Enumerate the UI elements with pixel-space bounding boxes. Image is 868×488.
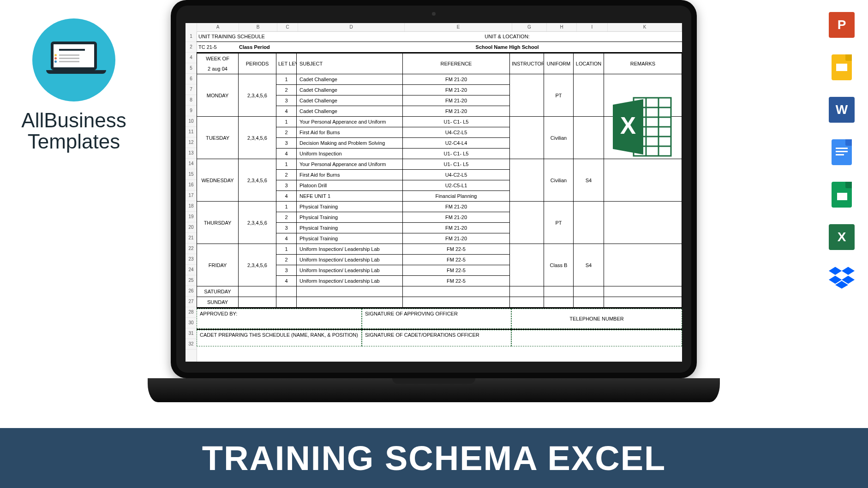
- cell-level[interactable]: 2: [276, 255, 297, 265]
- excel-icon[interactable]: X: [829, 224, 855, 250]
- col-E[interactable]: E: [405, 23, 512, 31]
- cell-subject[interactable]: Cadet Challenge: [297, 74, 403, 85]
- powerpoint-icon[interactable]: P: [829, 12, 855, 38]
- cell-level[interactable]: 1: [276, 202, 297, 212]
- cell-subject[interactable]: NEFE UNIT 1: [297, 191, 403, 202]
- cell-reference[interactable]: U4-C2-L5: [403, 127, 510, 138]
- cell-periods[interactable]: 2,3,4,5,6: [239, 244, 276, 286]
- cell-subject[interactable]: Physical Training: [297, 233, 403, 244]
- row-number[interactable]: 4: [186, 53, 197, 63]
- footer-sig-officer[interactable]: SIGNATURE OF APPROVING OFFICER: [362, 309, 511, 329]
- cell-day[interactable]: FRIDAY: [197, 244, 239, 286]
- cell-level[interactable]: 2: [276, 212, 297, 223]
- col-H[interactable]: H: [547, 23, 577, 31]
- row-number[interactable]: 27: [186, 297, 197, 307]
- row-number[interactable]: 11: [186, 127, 197, 137]
- cell-periods[interactable]: 2,3,4,5,6: [239, 74, 276, 117]
- col-I[interactable]: I: [577, 23, 608, 31]
- row-number[interactable]: 19: [186, 212, 197, 222]
- footer-cadet-prep[interactable]: CADET PREPARING THIS SCHEDULE (NAME, RAN…: [197, 330, 362, 346]
- cell-subject[interactable]: Physical Training: [297, 202, 403, 212]
- cell-location[interactable]: [574, 74, 604, 117]
- cell-day[interactable]: THURSDAY: [197, 202, 239, 244]
- cell-periods[interactable]: 2,3,4,5,6: [239, 159, 276, 202]
- col-K[interactable]: K: [608, 23, 682, 31]
- cell-level[interactable]: 4: [276, 191, 297, 202]
- row-number[interactable]: 14: [186, 159, 197, 169]
- row-number[interactable]: 30: [186, 318, 197, 328]
- row-number[interactable]: 6: [186, 74, 197, 84]
- cell-uniform[interactable]: Class B: [544, 244, 574, 286]
- cell-subject[interactable]: Cadet Challenge: [297, 85, 403, 95]
- cell-level[interactable]: 1: [276, 117, 297, 127]
- cell-subject[interactable]: First Aid for Burns: [297, 170, 403, 180]
- row-number[interactable]: 2: [186, 42, 197, 53]
- dropbox-icon[interactable]: [829, 267, 855, 289]
- cell-level[interactable]: 3: [276, 265, 297, 276]
- row-number[interactable]: 12: [186, 137, 197, 148]
- cell-reference[interactable]: FM 21-20: [403, 95, 510, 106]
- cell-level[interactable]: 4: [276, 233, 297, 244]
- cell-uniform[interactable]: Civilian: [544, 159, 574, 202]
- row-number[interactable]: 15: [186, 169, 197, 180]
- cell-saturday[interactable]: SATURDAY: [197, 286, 239, 297]
- cell-level[interactable]: 2: [276, 85, 297, 95]
- cell-reference[interactable]: U1- C1- L5: [403, 159, 510, 170]
- cell-reference[interactable]: FM 22-5: [403, 265, 510, 276]
- col-A[interactable]: A: [197, 23, 239, 31]
- cell-level[interactable]: 2: [276, 170, 297, 180]
- cell-reference[interactable]: U1- C1- L5: [403, 149, 510, 159]
- row-number[interactable]: 23: [186, 254, 197, 265]
- row-number[interactable]: 24: [186, 265, 197, 275]
- cell-day[interactable]: MONDAY: [197, 74, 239, 117]
- footer-telephone[interactable]: TELEPHONE NUMBER: [511, 309, 682, 329]
- cell-sunday[interactable]: SUNDAY: [197, 297, 239, 308]
- cell-reference[interactable]: FM 22-5: [403, 255, 510, 265]
- row-number[interactable]: 8: [186, 95, 197, 106]
- cell-instructor[interactable]: [510, 244, 544, 286]
- row-number[interactable]: 18: [186, 201, 197, 212]
- cell-reference[interactable]: FM 21-20: [403, 85, 510, 95]
- row-number[interactable]: 7: [186, 84, 197, 95]
- google-docs-icon[interactable]: [832, 139, 852, 165]
- cell-subject[interactable]: Uniform Inspection/ Leadership Lab: [297, 255, 403, 265]
- cell-uniform[interactable]: Civilian: [544, 117, 574, 159]
- cell-reference[interactable]: FM 21-20: [403, 233, 510, 244]
- row-number[interactable]: 5: [186, 63, 197, 74]
- cell-day[interactable]: TUESDAY: [197, 117, 239, 159]
- row-number[interactable]: 16: [186, 180, 197, 190]
- cell-level[interactable]: 4: [276, 276, 297, 286]
- cell-subject[interactable]: Your Personal Apperance and Uniform: [297, 159, 403, 170]
- cell-reference[interactable]: Financial Planning: [403, 191, 510, 202]
- cell-location[interactable]: S4: [574, 244, 604, 286]
- cell-subject[interactable]: Uniform Inspection/ Leadership Lab: [297, 244, 403, 255]
- row-number[interactable]: 21: [186, 233, 197, 244]
- cell-reference[interactable]: FM 21-20: [403, 74, 510, 85]
- cell-instructor[interactable]: [510, 117, 544, 159]
- cell-reference[interactable]: FM 22-5: [403, 276, 510, 286]
- cell-instructor[interactable]: [510, 202, 544, 244]
- cell-location[interactable]: S4: [574, 159, 604, 202]
- row-number[interactable]: 26: [186, 286, 197, 297]
- row-number[interactable]: 25: [186, 275, 197, 286]
- cell-subject[interactable]: Cadet Challenge: [297, 106, 403, 117]
- cell-level[interactable]: 1: [276, 74, 297, 85]
- cell-remarks[interactable]: [604, 159, 682, 202]
- cell-remarks[interactable]: [604, 202, 682, 244]
- cell-subject[interactable]: Cadet Challenge: [297, 95, 403, 106]
- cell-uniform[interactable]: PT: [544, 74, 574, 117]
- cell-day[interactable]: WEDNESDAY: [197, 159, 239, 202]
- row-number[interactable]: 10: [186, 116, 197, 127]
- cell-reference[interactable]: U2-C5-L1: [403, 180, 510, 191]
- cell-location[interactable]: [574, 202, 604, 244]
- cell-instructor[interactable]: [510, 159, 544, 202]
- cell-level[interactable]: 1: [276, 244, 297, 255]
- cell-reference[interactable]: FM 21-20: [403, 106, 510, 117]
- cell-remarks[interactable]: [604, 244, 682, 286]
- cell-periods[interactable]: 2,3,4,5,6: [239, 117, 276, 159]
- cell-reference[interactable]: U4-C2-L5: [403, 170, 510, 180]
- google-sheets-icon[interactable]: [832, 182, 852, 208]
- cell-subject[interactable]: Physical Training: [297, 223, 403, 233]
- cell-reference[interactable]: FM 21-20: [403, 202, 510, 212]
- footer-telephone-2[interactable]: [511, 330, 682, 346]
